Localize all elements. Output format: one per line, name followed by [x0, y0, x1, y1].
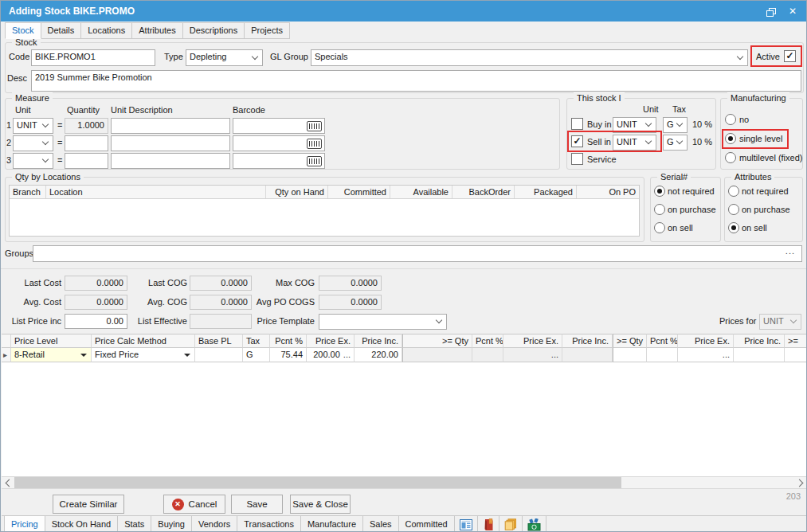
restore-button[interactable] — [762, 4, 779, 18]
col-packaged[interactable]: Packaged — [515, 186, 577, 198]
manufacturing-multilevel-radio[interactable] — [725, 152, 736, 163]
price-level-cell[interactable]: 8-Retail — [11, 348, 92, 362]
dropdown-arrow-icon[interactable] — [184, 354, 190, 357]
col-price-level[interactable]: Price Level — [11, 334, 92, 348]
manufacturing-no-radio[interactable] — [725, 114, 736, 125]
close-button[interactable] — [784, 4, 801, 18]
col-qty-3[interactable]: >= Qty — [613, 334, 647, 348]
col-qty-2[interactable]: >= Qty — [402, 334, 472, 348]
scrollbar-thumb[interactable] — [14, 477, 621, 488]
price-template-dropdown[interactable] — [319, 314, 447, 330]
tab-transactions[interactable]: Transactions — [237, 516, 301, 532]
tab-vendors[interactable]: Vendors — [191, 516, 237, 532]
price-ex-ellipsis-button[interactable]: ... — [340, 350, 351, 359]
col-backorder[interactable]: BackOrder — [452, 186, 515, 198]
tab-descriptions[interactable]: Descriptions — [182, 22, 245, 39]
measure-quantity-input-1[interactable]: 1.0000 — [65, 118, 108, 134]
col-pcnt-3[interactable]: Pcnt % — [647, 334, 678, 348]
measure-quantity-input-2[interactable] — [65, 135, 108, 151]
qty3-cell[interactable] — [613, 348, 647, 362]
type-dropdown[interactable]: Depleting — [186, 49, 263, 66]
price-inc3-cell[interactable] — [734, 348, 785, 362]
measure-barcode-input-3[interactable] — [233, 153, 325, 169]
price-calc-method-cell[interactable]: Fixed Price — [92, 348, 195, 362]
measure-unit-dropdown-2[interactable] — [13, 135, 53, 151]
list-price-inc-input[interactable]: 0.00 — [65, 314, 127, 329]
tab-sales[interactable]: Sales — [362, 516, 399, 532]
col-base-pl[interactable]: Base PL — [195, 334, 243, 348]
col-tax[interactable]: Tax — [243, 334, 270, 348]
scroll-right-icon[interactable] — [794, 477, 807, 488]
price-inc-cell[interactable]: 220.00 — [355, 348, 402, 362]
scroll-left-icon[interactable] — [2, 477, 14, 488]
serial-on-purchase-radio[interactable] — [654, 204, 665, 215]
col-price-ex-1[interactable]: Price Ex. — [307, 334, 355, 348]
serial-not-required-radio[interactable] — [654, 186, 665, 197]
tab-projects[interactable]: Projects — [244, 22, 290, 39]
measure-quantity-input-3[interactable] — [65, 153, 108, 169]
price-ex2-cell[interactable]: ... — [503, 348, 562, 362]
tab-manufacture[interactable]: Manufacture — [300, 516, 363, 532]
col-on-po[interactable]: On PO — [577, 186, 639, 198]
col-price-calc-method[interactable]: Price Calc Method — [92, 334, 195, 348]
gl-group-dropdown[interactable]: Specials — [311, 49, 748, 66]
tab-promotion[interactable] — [522, 516, 546, 532]
price-ex2-ellipsis-button[interactable]: ... — [548, 350, 558, 359]
col-pcnt-1[interactable]: Pcnt % — [270, 334, 307, 348]
sell-in-checkbox[interactable] — [571, 135, 583, 147]
tab-documents[interactable] — [499, 516, 523, 532]
col-qty-4[interactable]: >= — [785, 334, 807, 348]
cancel-button[interactable]: Cancel — [163, 495, 225, 514]
service-checkbox[interactable] — [571, 153, 583, 165]
price-ex3-ellipsis-button[interactable]: ... — [719, 350, 730, 359]
tab-pricing[interactable]: Pricing — [4, 516, 45, 532]
tab-stock-on-hand[interactable]: Stock On Hand — [45, 516, 119, 532]
base-pl-cell[interactable] — [195, 348, 243, 362]
pcnt3-cell[interactable] — [647, 348, 678, 362]
measure-barcode-input-2[interactable] — [233, 135, 325, 151]
attributes-on-purchase-radio[interactable] — [728, 204, 739, 215]
tab-buying[interactable]: Buying — [151, 516, 192, 532]
save-and-close-button[interactable]: Save & Close — [290, 495, 351, 514]
buy-in-checkbox[interactable] — [571, 118, 583, 130]
pcnt-cell[interactable]: 75.44 — [270, 348, 307, 362]
sell-unit-dropdown[interactable]: UNIT — [613, 135, 656, 151]
create-similar-button[interactable]: Create Similar — [53, 495, 124, 514]
groups-input[interactable]: ... — [33, 245, 802, 262]
measure-unit-desc-input-2[interactable] — [111, 135, 230, 151]
col-price-ex-2[interactable]: Price Ex. — [503, 334, 562, 348]
col-price-ex-3[interactable]: Price Ex. — [678, 334, 734, 348]
save-button[interactable]: Save — [231, 495, 283, 514]
qty2-cell[interactable] — [402, 348, 472, 362]
measure-unit-desc-input-1[interactable] — [111, 118, 230, 134]
attributes-not-required-radio[interactable] — [728, 186, 739, 197]
tab-locations[interactable]: Locations — [80, 22, 132, 39]
col-committed[interactable]: Committed — [328, 186, 390, 198]
tab-attributes[interactable]: Attributes — [131, 22, 182, 39]
groups-ellipsis-button[interactable]: ... — [782, 246, 795, 256]
dropdown-arrow-icon[interactable] — [80, 354, 87, 357]
col-price-inc-1[interactable]: Price Inc. — [355, 334, 402, 348]
measure-unit-desc-input-3[interactable] — [111, 153, 230, 169]
measure-barcode-input-1[interactable] — [233, 118, 325, 134]
tab-details[interactable]: Details — [41, 22, 82, 39]
barcode-icon[interactable] — [307, 156, 322, 166]
col-branch[interactable]: Branch — [10, 186, 46, 198]
tab-journal[interactable] — [477, 516, 499, 532]
serial-on-sell-radio[interactable] — [654, 222, 665, 233]
tab-stock[interactable]: Stock — [5, 22, 41, 39]
tab-committed[interactable]: Committed — [398, 516, 455, 532]
attributes-on-sell-radio[interactable] — [728, 222, 739, 233]
col-price-inc-3[interactable]: Price Inc. — [734, 334, 785, 348]
barcode-icon[interactable] — [307, 139, 322, 149]
code-input[interactable]: BIKE.PROMO1 — [31, 49, 155, 66]
manufacturing-single-level-radio[interactable] — [725, 133, 736, 144]
tax-cell[interactable]: G — [243, 348, 270, 362]
col-price-inc-2[interactable]: Price Inc. — [562, 334, 613, 348]
barcode-icon[interactable] — [307, 121, 322, 131]
tab-stats[interactable]: Stats — [117, 516, 151, 532]
buy-unit-dropdown[interactable]: UNIT — [613, 117, 656, 133]
col-pcnt-2[interactable]: Pcnt % — [472, 334, 503, 348]
price-ex-cell[interactable]: 200.00... — [307, 348, 355, 362]
qty4-cell[interactable] — [785, 348, 807, 362]
